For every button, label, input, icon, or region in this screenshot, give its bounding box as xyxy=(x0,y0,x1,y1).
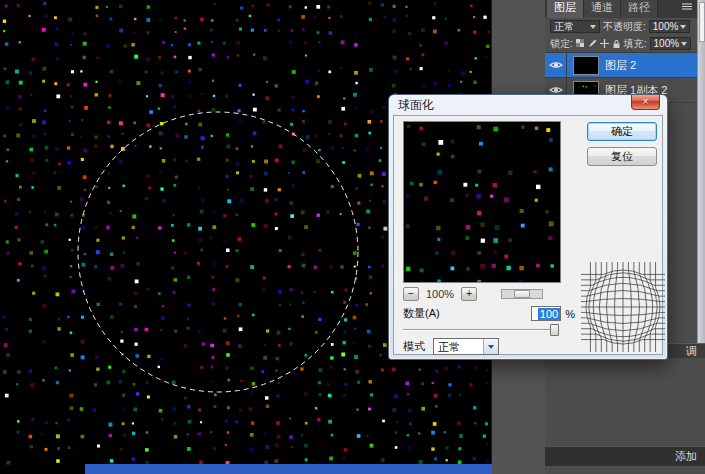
tab-channels[interactable]: 通道 xyxy=(584,0,621,18)
photoshop-window: 图层 通道 路径 正常 不透明度: 100% 锁定: xyxy=(0,0,705,474)
dialog-body: − 100% + 数量(A) 100 % 模式 正常 xyxy=(393,115,663,355)
opacity-label: 不透明度: xyxy=(603,20,646,34)
layers-panel-tabbar: 图层 通道 路径 xyxy=(545,0,705,18)
preview-dot-pattern xyxy=(404,122,560,283)
zoom-value: 100% xyxy=(426,288,454,300)
amount-unit: % xyxy=(565,308,575,320)
lock-all-icon[interactable] xyxy=(612,39,621,49)
opacity-value[interactable]: 100% xyxy=(649,20,691,33)
layer-row[interactable]: 图层 2 xyxy=(545,53,705,78)
fill-label: 填充: xyxy=(624,37,647,51)
blend-opacity-row: 正常 不透明度: 100% xyxy=(545,18,705,35)
amount-input[interactable]: 100 xyxy=(531,306,561,321)
chevron-down-icon xyxy=(488,345,494,352)
blend-mode-select[interactable]: 正常 xyxy=(550,20,600,33)
mode-label: 模式 xyxy=(403,339,425,354)
preview-scrollbar[interactable] xyxy=(501,289,543,299)
taskbar-strip xyxy=(85,464,492,474)
eye-icon xyxy=(549,60,563,70)
tab-layers[interactable]: 图层 xyxy=(547,0,584,18)
spherize-wireframe xyxy=(581,262,665,352)
amount-value: 100 xyxy=(538,308,560,320)
scrollbar-thumb[interactable] xyxy=(699,2,705,42)
combo-button[interactable] xyxy=(483,339,498,354)
mode-select[interactable]: 正常 xyxy=(433,338,499,355)
dialog-titlebar[interactable]: 球面化 × xyxy=(389,95,667,115)
reset-button[interactable]: 复位 xyxy=(587,147,657,166)
blend-mode-value: 正常 xyxy=(554,20,574,34)
chevron-down-icon xyxy=(680,25,686,32)
zoom-out-button[interactable]: − xyxy=(403,287,419,301)
fill-value[interactable]: 100% xyxy=(650,37,692,50)
scrollbar-thumb[interactable] xyxy=(514,290,530,298)
lock-paint-icon[interactable] xyxy=(588,39,597,48)
add-panel-bar[interactable]: 添加 xyxy=(545,446,705,466)
lock-position-icon[interactable] xyxy=(600,39,609,48)
layer-name: 图层 2 xyxy=(605,58,636,73)
mode-value: 正常 xyxy=(438,341,460,353)
chevron-down-icon xyxy=(681,42,687,49)
layer-thumbnail[interactable] xyxy=(573,56,599,75)
dock-scrollbar[interactable] xyxy=(697,0,705,345)
amount-label: 数量(A) xyxy=(403,306,440,321)
amount-slider[interactable] xyxy=(403,324,559,336)
lock-fill-row: 锁定: 填充: 100% xyxy=(545,35,705,52)
lock-transparency-icon[interactable] xyxy=(576,39,585,48)
preview-zoom-controls: − 100% + xyxy=(403,287,543,301)
amount-row: 数量(A) 100 % xyxy=(403,306,575,321)
ok-button[interactable]: 确定 xyxy=(587,122,657,141)
zoom-in-button[interactable]: + xyxy=(461,287,477,301)
panel-menu-icon[interactable] xyxy=(681,0,693,18)
tab-paths[interactable]: 路径 xyxy=(621,0,658,18)
close-button[interactable]: × xyxy=(631,95,660,110)
lock-buttons xyxy=(576,39,621,49)
slider-track xyxy=(403,329,559,331)
slider-thumb[interactable] xyxy=(550,324,559,336)
lock-label: 锁定: xyxy=(550,37,573,51)
visibility-toggle[interactable] xyxy=(545,53,567,77)
filter-preview[interactable] xyxy=(403,121,561,283)
chevron-down-icon xyxy=(590,25,596,32)
dialog-title: 球面化 xyxy=(398,97,434,114)
mode-row: 模式 正常 xyxy=(403,338,499,355)
spherize-dialog: 球面化 × − 100% + 数量(A) 100 % xyxy=(388,94,668,360)
